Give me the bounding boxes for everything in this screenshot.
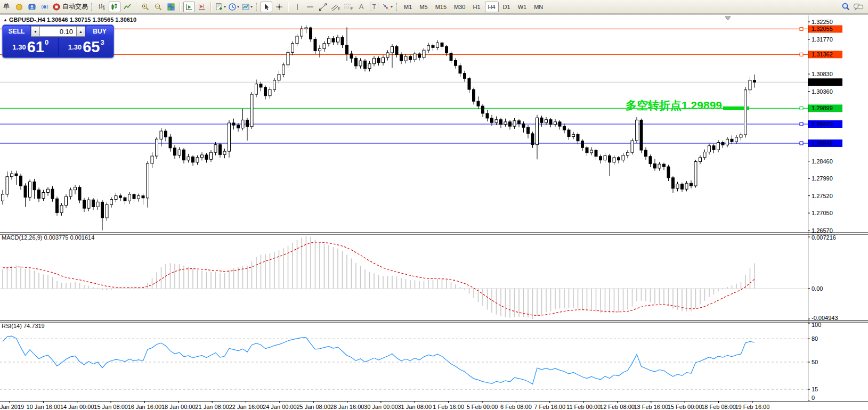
volume-increase-button[interactable]: ▲ <box>76 26 85 37</box>
auto-scroll-button[interactable] <box>183 2 195 12</box>
timeframe-button-W1[interactable]: W1 <box>515 2 530 12</box>
x-tick-label: 11 Feb 00:00 <box>566 404 601 410</box>
timeframe-button-M1[interactable]: M1 <box>401 2 415 12</box>
candle <box>721 141 724 148</box>
market-watch-button[interactable] <box>13 2 25 12</box>
new-order-button[interactable]: 单 <box>1 2 12 12</box>
candle <box>527 125 530 138</box>
sell-price-display[interactable]: 1.30 61 0 <box>3 37 58 56</box>
candle <box>2 190 4 205</box>
volume-input[interactable] <box>40 26 76 37</box>
label-tool-letter: T <box>370 3 378 11</box>
toolbar-separator <box>180 2 181 12</box>
candle <box>473 88 475 105</box>
hline-handle[interactable] <box>800 122 803 126</box>
timeframe-button-D1[interactable]: D1 <box>500 2 514 12</box>
sell-price-main: 61 <box>27 39 44 55</box>
cursor-button[interactable] <box>261 2 272 12</box>
periods-button[interactable]: ▾ <box>228 2 240 12</box>
line-chart-button[interactable] <box>121 2 133 12</box>
zoom-out-button[interactable] <box>152 2 164 12</box>
chart-title: ▲ GBPUSD-,H4 1.30646 1.30715 1.30565 1.3… <box>3 17 136 23</box>
candle <box>567 128 570 140</box>
x-tick-label: 19 Feb 16:00 <box>735 404 769 410</box>
candle <box>459 63 461 77</box>
autotrading-stop-icon <box>52 3 61 11</box>
price-tag[interactable]: 1.29899 <box>808 104 842 112</box>
candle <box>119 194 122 201</box>
sell-button[interactable]: SELL <box>3 26 30 37</box>
equidistant-channel-button[interactable]: E <box>330 2 342 12</box>
bar-chart-button[interactable] <box>96 2 108 12</box>
candle <box>599 154 602 163</box>
candlestick-chart-button[interactable] <box>109 2 120 12</box>
hline-handle[interactable] <box>800 27 803 30</box>
zoom-in-button[interactable] <box>140 2 151 12</box>
candle <box>355 56 358 69</box>
chart-shift-marker[interactable] <box>725 17 731 20</box>
search-button[interactable] <box>840 2 851 12</box>
svg-text:1.32055: 1.32055 <box>812 26 833 32</box>
price-tag[interactable]: 1.31362 <box>808 51 842 58</box>
timeframe-button-M5[interactable]: M5 <box>416 2 431 12</box>
candle <box>169 134 172 152</box>
rsi-scale-label: 50 <box>812 359 818 365</box>
bar-chart-icon <box>98 3 106 11</box>
timeframe-button-H4[interactable]: H4 <box>485 2 499 12</box>
hline-handle[interactable] <box>800 53 803 56</box>
vertical-line-button[interactable] <box>291 2 303 12</box>
candle <box>427 43 430 53</box>
indicators-button[interactable]: ▾ <box>214 2 226 12</box>
timeframe-button-MN[interactable]: MN <box>531 2 546 12</box>
price-tag[interactable]: 1.29470 <box>808 120 842 128</box>
hline-handle[interactable] <box>800 142 803 145</box>
horizontal-line-button[interactable] <box>304 2 316 12</box>
templates-button[interactable]: ▾ <box>241 2 253 12</box>
turning-point-annotation[interactable]: 多空转折点1.29899 <box>582 98 722 113</box>
chat-button[interactable] <box>853 2 864 12</box>
candle <box>477 96 480 109</box>
rsi-line <box>3 336 755 384</box>
x-tick-label: 14 Jan 00:00 <box>60 404 94 410</box>
periods-caret: ▾ <box>237 4 239 9</box>
price-tag[interactable]: 1.28949 <box>808 140 842 147</box>
candle <box>595 149 597 160</box>
buy-button[interactable]: BUY <box>86 26 113 37</box>
fibonacci-button[interactable]: F <box>343 2 354 12</box>
data-window-button[interactable] <box>26 2 38 12</box>
volume-decrease-button[interactable]: ▼ <box>31 26 40 37</box>
timeframe-button-M15[interactable]: M15 <box>432 2 450 12</box>
timeframe-button-H1[interactable]: H1 <box>469 2 483 12</box>
candle <box>708 144 711 155</box>
x-tick-label: 25 Jan 08:00 <box>296 404 330 410</box>
hline-handle[interactable] <box>800 106 803 110</box>
x-tick-label: 18 Feb 08:00 <box>701 404 736 410</box>
collapse-marker-icon[interactable]: ▲ <box>3 18 7 22</box>
channel-letter: E <box>338 7 340 11</box>
chart-window[interactable]: 1.322501.317701.308301.303601.284601.279… <box>0 13 868 410</box>
text-label-button[interactable]: T <box>368 2 380 12</box>
timeframe-button-M30[interactable]: M30 <box>451 2 468 12</box>
x-tick-label: 9 Jan 2019 <box>0 404 24 410</box>
price-tag[interactable]: 1.32055 <box>808 25 842 32</box>
arrows-button[interactable]: ▾ <box>381 2 393 12</box>
candle <box>228 120 231 157</box>
trendline-button[interactable] <box>317 2 329 12</box>
crosshair-button[interactable] <box>273 2 285 12</box>
candle <box>404 54 407 63</box>
navigator-button[interactable] <box>39 2 51 12</box>
arrows-icon <box>382 3 390 11</box>
buy-price-display[interactable]: 1.30 65 3 <box>59 37 114 56</box>
candle <box>504 119 507 127</box>
candle <box>142 194 144 205</box>
chart-shift-button[interactable] <box>196 2 208 12</box>
candle <box>346 27 348 61</box>
x-tick-label: 15 Jan 08:00 <box>94 404 128 410</box>
price-tag[interactable]: 1.30610 <box>808 78 842 86</box>
text-button[interactable]: A <box>355 2 367 12</box>
autotrading-button[interactable]: 自动交易 <box>52 2 88 12</box>
tile-windows-button[interactable] <box>165 2 177 12</box>
y-tick-label: 1.27990 <box>812 175 833 182</box>
rsi-scale-label: 100 <box>812 322 821 328</box>
chart-canvas[interactable]: 1.322501.317701.308301.303601.284601.279… <box>0 14 868 410</box>
